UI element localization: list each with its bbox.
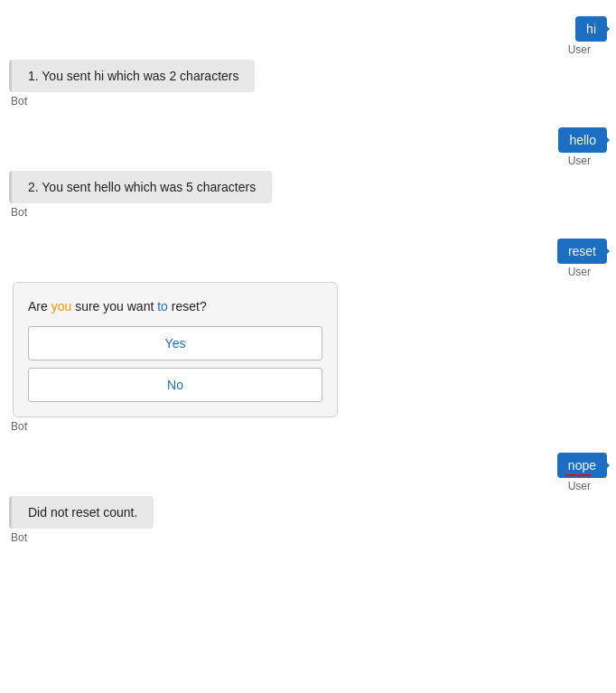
user-bubble-2-text: hello xyxy=(569,133,596,147)
chat-container: hi User 1. You sent hi which was 2 chara… xyxy=(0,0,616,557)
user-label-2: User xyxy=(558,155,607,167)
user-bubble-nope: nope xyxy=(557,453,607,478)
user-bubble-1-text: hi xyxy=(586,22,596,36)
user-bubble-3-text: reset xyxy=(568,244,596,258)
user-label-4: User xyxy=(557,480,607,492)
no-button[interactable]: No xyxy=(28,368,322,402)
spell-check-underline xyxy=(565,474,592,476)
user-label-3: User xyxy=(557,266,607,278)
bot-label-3: Bot xyxy=(9,420,27,433)
bot-message-row-2: 2. You sent hello which was 5 characters… xyxy=(0,169,616,222)
you-word: you xyxy=(51,299,72,314)
user-message-row-2: hello User xyxy=(0,120,616,169)
user-label-1: User xyxy=(568,43,607,56)
user-message-row-3: reset User xyxy=(0,231,616,280)
user-bubble-nope-text: nope xyxy=(568,458,596,473)
confirmation-card: Are you sure you want to reset? Yes No xyxy=(13,282,338,417)
bot-bubble-1: 1. You sent hi which was 2 characters xyxy=(9,60,255,92)
user-bubble-1: hi xyxy=(575,16,607,42)
bot-message-row-1: 1. You sent hi which was 2 characters Bo… xyxy=(0,58,616,111)
user-message-row-4: nope User xyxy=(0,445,616,494)
yes-button[interactable]: Yes xyxy=(28,326,322,361)
bot-bubble-4: Did not reset count. xyxy=(9,496,154,529)
bot-message-row-3: Are you sure you want to reset? Yes No B… xyxy=(0,280,616,436)
bot-message-row-4: Did not reset count. Bot xyxy=(0,494,616,548)
bot-label-4: Bot xyxy=(9,531,27,544)
bot-bubble-2: 2. You sent hello which was 5 characters xyxy=(9,171,272,203)
user-bubble-2: hello xyxy=(558,127,607,153)
user-bubble-3: reset xyxy=(557,239,607,264)
bot-label-2: Bot xyxy=(9,206,27,219)
user-message-row-1: hi User xyxy=(0,9,616,58)
to-word: to xyxy=(157,299,168,314)
bot-label-1: Bot xyxy=(9,95,27,108)
confirmation-question: Are you sure you want to reset? xyxy=(28,299,322,314)
